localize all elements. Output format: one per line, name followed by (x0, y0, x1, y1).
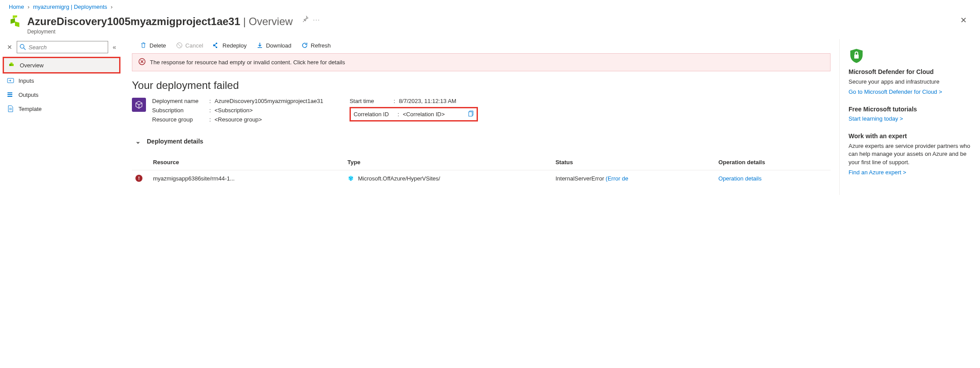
toolbar: Delete Cancel Redeploy Download Refresh (132, 39, 831, 53)
svg-rect-2 (13, 15, 17, 18)
expert-title: Work with an expert (849, 132, 971, 140)
tutorials-title: Free Microsoft tutorials (849, 106, 971, 113)
error-alert[interactable]: The response for resource had empty or i… (132, 53, 831, 71)
clear-search-icon[interactable]: ✕ (5, 44, 14, 51)
value-correlation-id: <Correlation ID> (403, 111, 444, 118)
sidebar-item-label: Overview (20, 62, 44, 69)
error-circle-icon (138, 58, 146, 66)
value-resource-group-link[interactable]: <Resource group> (215, 116, 262, 123)
breadcrumb-home[interactable]: Home (9, 4, 24, 10)
defender-subtitle: Secure your apps and infrastructure (849, 78, 971, 86)
svg-line-4 (24, 48, 26, 50)
download-icon (256, 42, 263, 49)
redeploy-button[interactable]: Redeploy (213, 42, 247, 49)
sidebar-item-outputs[interactable]: Outputs (3, 88, 120, 102)
template-icon (7, 105, 14, 112)
refresh-button[interactable]: Refresh (301, 42, 331, 49)
inputs-icon (7, 77, 14, 84)
deployment-resource-icon (9, 15, 23, 29)
label-start-time: Start time (350, 98, 393, 104)
svg-rect-22 (469, 112, 472, 116)
overview-icon (8, 62, 15, 69)
svg-rect-16 (213, 44, 215, 46)
outputs-icon (7, 91, 14, 98)
delete-button[interactable]: Delete (140, 42, 166, 49)
sidebar-item-inputs[interactable]: Inputs (3, 74, 120, 88)
svg-line-20 (215, 45, 216, 48)
deployment-summary: Deployment name : AzureDiscovery1005myaz… (132, 98, 831, 123)
expert-link[interactable]: Find an Azure expert > (849, 169, 906, 176)
row-type: Microsoft.OffAzure/HyperVSites/ (347, 175, 555, 182)
sidebar-item-label: Inputs (18, 77, 34, 84)
svg-rect-23 (854, 55, 859, 59)
svg-rect-6 (11, 64, 14, 66)
col-header-resource: Resource (153, 159, 347, 166)
redeploy-icon (213, 42, 220, 49)
table-row: ! myazmigsapp6386site/rrn44-1... Microso… (132, 170, 831, 186)
col-header-status: Status (555, 159, 718, 166)
chevron-right-icon: › (28, 4, 29, 10)
svg-line-15 (178, 44, 181, 47)
sidebar-item-overview[interactable]: Overview (3, 57, 120, 74)
svg-rect-17 (216, 43, 217, 44)
search-input[interactable] (29, 44, 105, 51)
svg-rect-1 (15, 22, 19, 27)
sidebar: ✕ « Overview Inputs Outputs (0, 39, 123, 195)
tutorials-link[interactable]: Start learning today > (849, 115, 903, 122)
svg-line-19 (215, 44, 216, 46)
col-header-operation: Operation details (718, 159, 827, 166)
deployment-details-table: Resource Type Status Operation details !… (132, 155, 831, 186)
svg-rect-18 (216, 47, 217, 48)
right-panel: Microsoft Defender for Cloud Secure your… (839, 39, 980, 195)
close-icon[interactable]: ✕ (960, 15, 971, 25)
sidebar-item-label: Template (18, 106, 42, 112)
cancel-icon (176, 42, 183, 49)
svg-rect-7 (11, 63, 13, 64)
row-error-icon: ! (135, 175, 142, 182)
label-resource-group: Resource group (152, 116, 209, 123)
breadcrumb-rg[interactable]: myazuremigrg | Deployments (33, 4, 107, 10)
value-start-time: 8/7/2023, 11:12:13 AM (399, 98, 456, 104)
page-subtitle: Deployment (27, 29, 293, 35)
defender-link[interactable]: Go to Microsoft Defender for Cloud > (849, 88, 942, 95)
delete-icon (140, 42, 147, 49)
refresh-icon (301, 42, 308, 49)
label-correlation-id: Correlation ID (353, 111, 397, 118)
chevron-down-icon: ⌄ (135, 138, 141, 145)
value-deployment-name: AzureDiscovery1005myazmigproject1ae31 (215, 98, 323, 104)
page-title: AzureDiscovery1005myazmigproject1ae31 | … (27, 15, 293, 28)
svg-point-3 (20, 44, 24, 48)
cancel-button: Cancel (176, 42, 203, 49)
more-icon[interactable]: ··· (313, 16, 321, 23)
correlation-id-block: Correlation ID : <Correlation ID> (350, 107, 477, 121)
breadcrumb: Home › myazuremigrg | Deployments › (0, 0, 980, 14)
search-input-wrapper[interactable] (17, 41, 108, 53)
download-button[interactable]: Download (256, 42, 291, 49)
deployment-cube-icon (132, 98, 146, 112)
label-deployment-name: Deployment name (152, 98, 209, 104)
deployment-failed-title: Your deployment failed (132, 79, 831, 92)
collapse-sidebar-icon[interactable]: « (111, 44, 118, 51)
row-status: InternalServerError (Error de (555, 175, 718, 182)
label-subscription: Subscription (152, 107, 209, 114)
row-error-link[interactable]: (Error de (606, 175, 628, 182)
defender-title: Microsoft Defender for Cloud (849, 68, 971, 75)
deployment-details-section: ⌄ Deployment details Resource Type Statu… (132, 135, 831, 186)
svg-rect-5 (9, 64, 11, 66)
svg-rect-0 (11, 18, 15, 24)
deployment-details-toggle[interactable]: ⌄ Deployment details (132, 135, 831, 147)
alert-text: The response for resource had empty or i… (150, 59, 345, 66)
chevron-right-icon: › (111, 4, 113, 10)
expert-body: Azure experts are service provider partn… (849, 142, 971, 166)
resource-type-icon (347, 175, 354, 182)
sidebar-item-label: Outputs (18, 92, 39, 98)
search-icon (20, 44, 26, 50)
sidebar-item-template[interactable]: Template (3, 102, 120, 116)
row-resource: myazmigsapp6386site/rrn44-1... (153, 175, 347, 182)
copy-icon[interactable] (467, 110, 474, 118)
value-subscription-link[interactable]: <Subscription> (215, 107, 253, 114)
row-operation-details-link[interactable]: Operation details (718, 175, 761, 182)
pin-icon[interactable] (302, 15, 309, 24)
shield-icon (849, 48, 864, 64)
page-header: AzureDiscovery1005myazmigproject1ae31 | … (0, 14, 980, 39)
